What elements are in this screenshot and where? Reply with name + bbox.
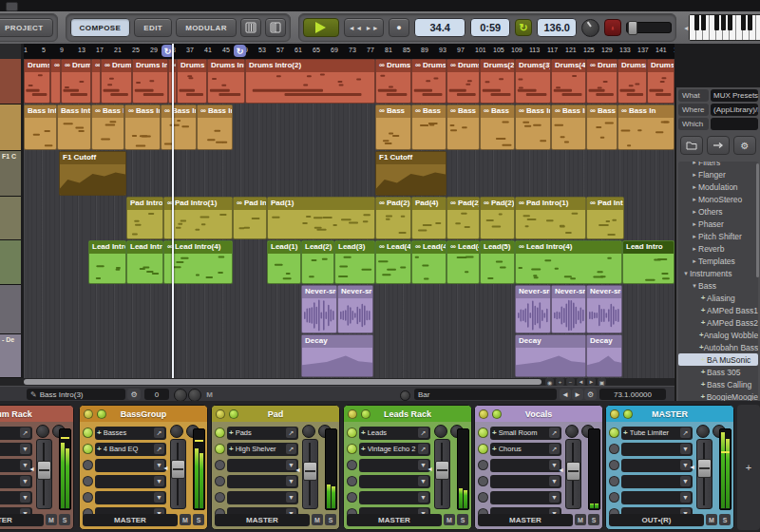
tab-compose[interactable]: COMPOSE: [70, 18, 131, 37]
browser-field-label[interactable]: Where: [678, 104, 709, 116]
tree-expand-icon[interactable]: ▸: [691, 196, 698, 203]
slot-box[interactable]: ▼: [621, 443, 693, 456]
status-knob-1[interactable]: [174, 389, 187, 402]
slot-led[interactable]: [478, 444, 488, 454]
tree-item[interactable]: ▸Filters: [678, 162, 758, 168]
channel-knob-1[interactable]: [170, 425, 183, 438]
track-color-strip-decay[interactable]: - De: [0, 334, 21, 378]
slot-box[interactable]: +Vintage Echo 2↗: [359, 443, 430, 456]
device-slot[interactable]: ▼: [215, 457, 298, 473]
tree-item[interactable]: ▸Modulation: [678, 180, 758, 193]
clip-lead[interactable]: Lead(1): [267, 240, 301, 284]
piano-black-key[interactable]: [728, 15, 732, 30]
channel-power-led[interactable]: [216, 409, 225, 419]
slot-box[interactable]: ▼: [490, 475, 561, 488]
clip-drums[interactable]: ∞: [50, 59, 61, 104]
slot-led[interactable]: [83, 428, 93, 438]
browser-field-value[interactable]: (AppLibrary)/M: [711, 104, 758, 116]
device-slot[interactable]: ▼: [609, 457, 693, 473]
device-slot[interactable]: ▼: [609, 489, 693, 505]
mixer-channel-pad[interactable]: Pad+Pads↗+High Shelver↗▼▼▼▼◄MASTERMS: [211, 405, 340, 530]
device-slot[interactable]: ▼: [478, 473, 561, 489]
tree-expand-icon[interactable]: ▸: [691, 162, 698, 166]
add-channel-button[interactable]: +: [737, 405, 760, 530]
folder-icon[interactable]: [680, 136, 703, 155]
tree-item[interactable]: ▸Reverb: [678, 242, 758, 255]
device-slot[interactable]: +Tube Limiter↗: [609, 425, 693, 441]
slot-led[interactable]: [347, 476, 357, 486]
mixer-channel-vocals[interactable]: Vocals+Small Room↗+Chorus↗▼▼▼▼◄MASTERMS: [474, 405, 603, 530]
fader-handle[interactable]: [435, 461, 449, 480]
slot-box[interactable]: ▼: [359, 459, 430, 472]
track-row-lead[interactable]: Lead IntroLead Intro∞ Lead Intro(4)Lead(…: [24, 240, 674, 286]
tree-item[interactable]: ▾Instruments: [678, 267, 758, 279]
keyboard-scroll-left-icon[interactable]: ◂: [684, 24, 688, 32]
channel-mute-button[interactable]: M: [444, 514, 455, 525]
slot-menu-icon[interactable]: ▼: [549, 492, 560, 503]
clip-bass[interactable]: ∞ Bass: [411, 104, 446, 150]
track-row-pad[interactable]: Pad Intro(∞ Pad Intro(1)∞ Pad IntPad(1)∞…: [24, 197, 674, 241]
forward-icon[interactable]: ►►: [365, 25, 379, 31]
slot-box[interactable]: +High Shelver↗: [227, 443, 298, 456]
channel-mute-button[interactable]: M: [180, 514, 191, 525]
device-slot[interactable]: +4 Band EQ↗: [83, 441, 166, 457]
device-slot[interactable]: ▼: [83, 489, 166, 505]
channel-active-led[interactable]: [229, 409, 238, 419]
clip-pad[interactable]: ∞ Pad(2): [446, 197, 480, 239]
device-slot[interactable]: ▼: [215, 473, 298, 489]
channel-knob-1[interactable]: [36, 425, 49, 438]
clip-bass[interactable]: ∞ Bass In: [197, 104, 233, 150]
clip-cutoff[interactable]: F1 Cutoff: [375, 151, 446, 196]
clip-drums[interactable]: Drums(: [647, 59, 674, 104]
clip-drums[interactable]: ∞ Drums: [586, 59, 618, 104]
tree-expand-icon[interactable]: ▸: [691, 208, 698, 216]
channel-knob-1[interactable]: [565, 425, 579, 438]
slot-box[interactable]: +Basses↗: [95, 427, 166, 440]
clip-bass[interactable]: ∞ Bass: [375, 104, 411, 150]
clip-drums[interactable]: ∞ Drums(: [446, 59, 480, 104]
clip-drums[interactable]: ∞ Drums(: [411, 59, 446, 104]
tree-item[interactable]: ▸Flanger: [678, 168, 758, 180]
open-device-icon[interactable]: ↗: [549, 444, 560, 454]
tab-modular[interactable]: MODULAR: [176, 18, 237, 37]
volume-fader[interactable]: [302, 439, 318, 509]
position-display[interactable]: 34.4: [414, 18, 466, 37]
device-slot[interactable]: +Small Room↗: [478, 425, 561, 441]
clip-bass[interactable]: ∞ Bass In: [551, 104, 586, 150]
clip-lead[interactable]: Lead(3): [334, 240, 375, 284]
clip-drums[interactable]: Drums(4): [551, 59, 586, 104]
piano-black-key[interactable]: [748, 15, 752, 30]
clip-bass[interactable]: ∞ Bass In: [124, 104, 161, 150]
slot-led[interactable]: [478, 476, 488, 486]
slot-led[interactable]: [609, 476, 619, 486]
slot-box[interactable]: ▼: [359, 475, 430, 488]
insert-arrow-icon[interactable]: [707, 136, 730, 155]
track-row-drums[interactable]: Drums∞∞ Drums∞∞ DrumsDrums Intr∞DrumsDru…: [24, 59, 674, 105]
track-color-strip-vocals[interactable]: [0, 285, 21, 334]
slot-box[interactable]: +4 Band EQ↗: [95, 443, 166, 456]
open-device-icon[interactable]: ↗: [20, 428, 30, 438]
clip-lead[interactable]: ∞ Lead(4(: [375, 240, 411, 284]
piano-keyboard[interactable]: [689, 14, 760, 41]
zoom-control-icon[interactable]: ▣: [598, 378, 606, 386]
device-slot[interactable]: ▼: [0, 473, 32, 489]
slot-box[interactable]: ▼: [95, 475, 166, 488]
slot-menu-icon[interactable]: ▼: [680, 444, 691, 454]
slot-box[interactable]: ▼: [0, 491, 32, 504]
tree-item[interactable]: +Aliasing: [678, 292, 758, 304]
clip-drums[interactable]: ∞ Drums: [101, 59, 132, 104]
next-button[interactable]: ►: [572, 389, 583, 400]
clip-drums[interactable]: Drums: [24, 59, 50, 104]
device-slot[interactable]: +High Shelver↗: [215, 441, 298, 457]
clip-drums[interactable]: ∞ Drums(: [375, 59, 411, 104]
tree-item[interactable]: +AMPed Bass2: [678, 316, 758, 329]
clip-lead[interactable]: Lead Intro: [622, 240, 674, 284]
tree-item[interactable]: ▸MonoStereo: [678, 193, 758, 205]
piano-black-key[interactable]: [694, 15, 699, 30]
channel-power-led[interactable]: [348, 409, 357, 419]
preset-move-icon[interactable]: +: [699, 392, 707, 401]
routing-select[interactable]: MASTER: [347, 514, 442, 526]
slot-led[interactable]: [215, 492, 225, 503]
open-device-icon[interactable]: ↗: [286, 428, 296, 438]
clip-lead[interactable]: Lead(5): [480, 240, 515, 284]
